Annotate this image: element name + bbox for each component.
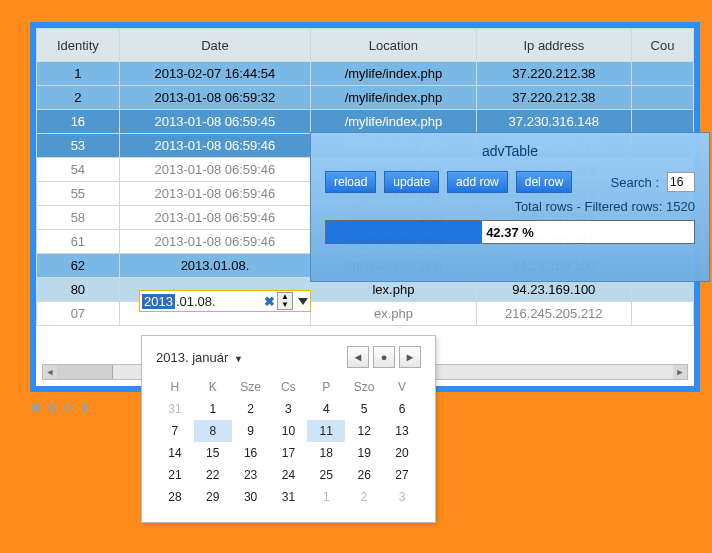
weekday-label: Sze <box>232 376 270 398</box>
cell-id: 62 <box>37 254 120 278</box>
calendar-day[interactable]: 11 <box>307 420 345 442</box>
datepicker-prev-button[interactable]: ◄ <box>347 346 369 368</box>
cell-date: 2013-02-07 16:44:54 <box>119 62 310 86</box>
calendar-day[interactable]: 25 <box>307 464 345 486</box>
col-header[interactable]: Location <box>311 29 477 62</box>
calendar-day[interactable]: 6 <box>383 398 421 420</box>
cell-date: 2013-01-08 06:59:46 <box>119 230 310 254</box>
cell-loc: /mylife/index.php <box>311 62 477 86</box>
spin-down-icon[interactable]: ▼ <box>278 301 292 309</box>
reload-button[interactable]: reload <box>325 171 376 193</box>
weekday-label: Szo <box>345 376 383 398</box>
calendar-day[interactable]: 31 <box>270 486 308 508</box>
date-editor-year-selected: 2013 <box>142 294 175 309</box>
scroll-left-arrow-icon[interactable]: ◄ <box>43 365 57 379</box>
advtable-dialog: advTable reload update add row del row S… <box>310 132 710 282</box>
calendar-day[interactable]: 10 <box>270 420 308 442</box>
col-header[interactable]: Date <box>119 29 310 62</box>
del-row-button[interactable]: del row <box>516 171 573 193</box>
cell-date: 2013-01-08 06:59:45 <box>119 110 310 134</box>
calendar-day[interactable]: 2 <box>345 486 383 508</box>
clear-icon[interactable]: ✖ <box>264 294 275 309</box>
update-button[interactable]: update <box>384 171 439 193</box>
calendar-grid: HKSzeCsPSzoV 311234567891011121314151617… <box>156 376 421 508</box>
calendar-day[interactable]: 29 <box>194 486 232 508</box>
cell-date: 2013-01-08 06:59:46 <box>119 158 310 182</box>
cell-loc: /mylife/index.php <box>311 86 477 110</box>
caret-down-icon: ▼ <box>234 354 243 364</box>
spinner[interactable]: ▲ ▼ <box>277 292 293 310</box>
calendar-day[interactable]: 12 <box>345 420 383 442</box>
scroll-thumb[interactable] <box>57 365 113 379</box>
cell-cou <box>631 302 693 326</box>
datepicker-next-button[interactable]: ► <box>399 346 421 368</box>
date-cell-editor[interactable]: 2013 .01.08. ✖ ▲ ▼ <box>139 290 311 312</box>
calendar-day[interactable]: 17 <box>270 442 308 464</box>
calendar-day[interactable]: 19 <box>345 442 383 464</box>
calendar-day[interactable]: 7 <box>156 420 194 442</box>
calendar-day[interactable]: 13 <box>383 420 421 442</box>
col-header[interactable]: Cou <box>631 29 693 62</box>
search-input[interactable] <box>667 172 695 192</box>
cell-id: 1 <box>37 62 120 86</box>
refresh-icon[interactable]: ⟳ <box>63 400 79 416</box>
col-header[interactable]: Ip address <box>476 29 631 62</box>
scroll-right-arrow-icon[interactable]: ► <box>673 365 687 379</box>
dialog-title: advTable <box>325 143 695 159</box>
datepicker-title-text: 2013. január <box>156 350 228 365</box>
calendar-day[interactable]: 5 <box>345 398 383 420</box>
add-row-button[interactable]: add row <box>447 171 508 193</box>
table-row[interactable]: 22013-01-08 06:59:32/mylife/index.php37.… <box>37 86 694 110</box>
calendar-day[interactable]: 9 <box>232 420 270 442</box>
calendar-day[interactable]: 4 <box>307 398 345 420</box>
totals-text: Total rows - Filtered rows: 1520 <box>325 199 695 214</box>
datepicker-popup: 2013. január ▼ ◄ ● ► HKSzeCsPSzoV 311234… <box>141 335 436 523</box>
datepicker-month-year[interactable]: 2013. január ▼ <box>156 350 243 365</box>
weekday-label: H <box>156 376 194 398</box>
calendar-day[interactable]: 27 <box>383 464 421 486</box>
calendar-day[interactable]: 31 <box>156 398 194 420</box>
cell-ip: 37.220.212.38 <box>476 86 631 110</box>
table-row[interactable]: 162013-01-08 06:59:45/mylife/index.php37… <box>37 110 694 134</box>
cell-id: 54 <box>37 158 120 182</box>
search-label: Search : <box>611 175 659 190</box>
calendar-day[interactable]: 18 <box>307 442 345 464</box>
datepicker-today-button[interactable]: ● <box>373 346 395 368</box>
table-row[interactable]: 07ex.php216.245.205.212 <box>37 302 694 326</box>
gear-icon[interactable]: ⚙ <box>46 400 63 416</box>
cell-date: 2013-01-08 06:59:46 <box>119 182 310 206</box>
calendar-day[interactable]: 2 <box>232 398 270 420</box>
calendar-day[interactable]: 26 <box>345 464 383 486</box>
cell-ip: 37.220.212.38 <box>476 62 631 86</box>
cell-cou <box>631 110 693 134</box>
table-row[interactable]: 12013-02-07 16:44:54/mylife/index.php37.… <box>37 62 694 86</box>
calendar-day[interactable]: 21 <box>156 464 194 486</box>
calendar-day[interactable]: 28 <box>156 486 194 508</box>
cell-cou <box>631 62 693 86</box>
calendar-day[interactable]: 22 <box>194 464 232 486</box>
cell-loc: ex.php <box>311 302 477 326</box>
cell-id: 61 <box>37 230 120 254</box>
close-icon[interactable]: ✖ <box>30 400 46 416</box>
download-icon[interactable]: ⬇ <box>79 400 95 416</box>
calendar-day[interactable]: 30 <box>232 486 270 508</box>
cell-id: 16 <box>37 110 120 134</box>
calendar-day[interactable]: 1 <box>307 486 345 508</box>
calendar-day[interactable]: 20 <box>383 442 421 464</box>
calendar-day[interactable]: 24 <box>270 464 308 486</box>
dropdown-caret-icon[interactable] <box>298 298 308 305</box>
progress-bar: 42.37 % <box>325 220 695 244</box>
weekday-label: Cs <box>270 376 308 398</box>
calendar-day[interactable]: 14 <box>156 442 194 464</box>
calendar-day[interactable]: 3 <box>383 486 421 508</box>
calendar-day[interactable]: 8 <box>194 420 232 442</box>
cell-id: 55 <box>37 182 120 206</box>
progress-percent: 42.37 % <box>326 221 694 243</box>
col-header[interactable]: Identity <box>37 29 120 62</box>
calendar-day[interactable]: 23 <box>232 464 270 486</box>
calendar-day[interactable]: 1 <box>194 398 232 420</box>
calendar-day[interactable]: 3 <box>270 398 308 420</box>
calendar-day[interactable]: 15 <box>194 442 232 464</box>
weekday-label: V <box>383 376 421 398</box>
calendar-day[interactable]: 16 <box>232 442 270 464</box>
